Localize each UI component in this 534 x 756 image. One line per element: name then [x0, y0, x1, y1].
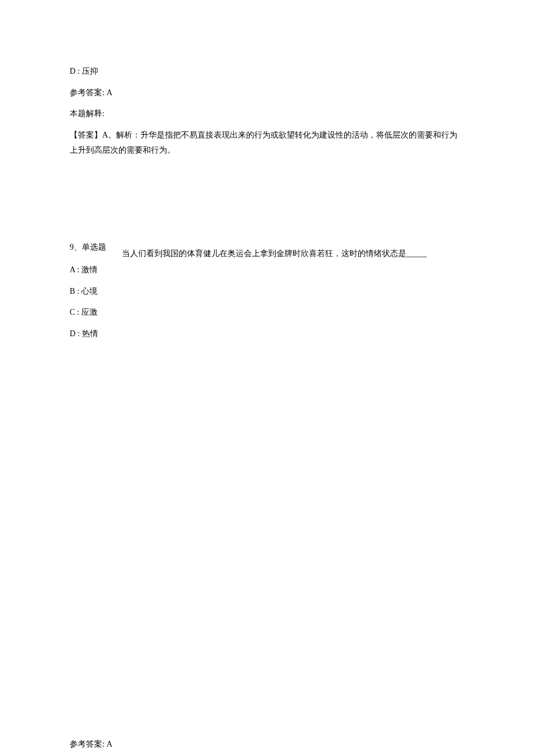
q8-option-d: D : 压抑 [70, 64, 464, 80]
q8-explain-text: 【答案】A。解析：升华是指把不易直接表现出来的行为或欲望转化为建设性的活动，将低… [70, 128, 464, 159]
q9-stem: 当人们看到我国的体育健儿在奥运会上拿到金牌时欣喜若狂，这时的情绪状态是_____ [70, 246, 464, 262]
q9-option-a: A : 激情 [70, 262, 464, 278]
q8-explain-label: 本题解释: [70, 106, 464, 122]
q9-option-d: D : 热情 [70, 326, 464, 342]
large-gap [70, 348, 464, 737]
q9-answer: 参考答案: A [70, 737, 464, 753]
document-page: D : 压抑 参考答案: A 本题解释: 【答案】A。解析：升华是指把不易直接表… [0, 0, 534, 752]
q9-option-b: B : 心境 [70, 284, 464, 300]
q9-option-c: C : 应激 [70, 305, 464, 321]
q8-answer: 参考答案: A [70, 85, 464, 101]
q9-number-type: 9、单选题 [70, 240, 106, 255]
section-gap [70, 164, 464, 240]
